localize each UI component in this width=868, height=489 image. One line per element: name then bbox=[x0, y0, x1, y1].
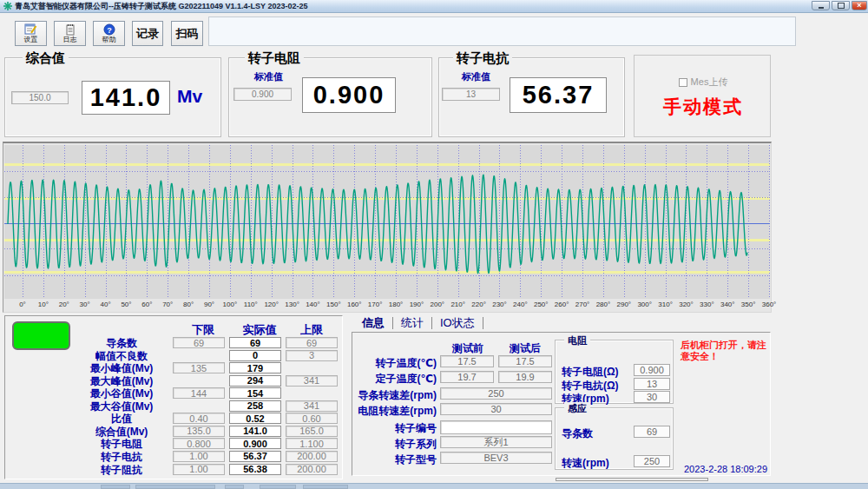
scan-code-button[interactable]: 扫码 bbox=[171, 21, 203, 46]
close-icon: × bbox=[857, 2, 861, 10]
info-row-label: 定子温度(℃) bbox=[354, 372, 437, 387]
x-tick-label: 280° bbox=[592, 301, 615, 308]
x-tick-label: 320° bbox=[674, 301, 697, 308]
actual-value-cell: 56.37 bbox=[229, 451, 281, 462]
tab-strip: 信息 统计 IO状态 bbox=[354, 315, 483, 330]
x-tick-label: 140° bbox=[301, 301, 324, 308]
log-notepad-icon bbox=[64, 23, 76, 36]
limit-cell[interactable]: 135 bbox=[173, 362, 225, 373]
composite-title: 综合值 bbox=[23, 50, 69, 67]
group-field[interactable]: 250 bbox=[634, 455, 670, 467]
tab-statistics[interactable]: 统计 bbox=[393, 317, 432, 329]
composite-value-display: 141.0 bbox=[82, 81, 170, 115]
limit-cell[interactable]: 69 bbox=[286, 337, 338, 348]
taskbar-button[interactable] bbox=[135, 485, 215, 489]
taskbar-button[interactable] bbox=[225, 485, 244, 489]
group-field[interactable]: 0.900 bbox=[634, 364, 670, 376]
actual-value-cell: 69 bbox=[229, 337, 281, 348]
upper-limit-header: 上限 bbox=[286, 322, 338, 338]
info-field[interactable]: 19.9 bbox=[498, 371, 552, 383]
x-tick-label: 250° bbox=[529, 301, 552, 308]
resistance-group-title: 电阻 bbox=[564, 334, 590, 347]
group-row-label: 导条数 bbox=[562, 426, 593, 441]
limit-cell[interactable]: 69 bbox=[173, 337, 225, 348]
log-button[interactable]: 日志 bbox=[54, 21, 86, 46]
info-field[interactable]: 250 bbox=[440, 387, 552, 400]
x-tick-label: 160° bbox=[343, 301, 365, 308]
minimize-button[interactable] bbox=[812, 1, 830, 10]
after-test-header: 测试后 bbox=[498, 341, 552, 356]
settings-label: 设置 bbox=[24, 36, 38, 43]
induction-group-title: 感应 bbox=[564, 402, 590, 415]
limit-cell[interactable]: 0.40 bbox=[173, 413, 225, 424]
x-tick-label: 80° bbox=[177, 301, 200, 308]
mes-mode-panel: Mes上传 手动模式 bbox=[634, 55, 771, 137]
mes-upload-checkbox[interactable]: Mes上传 bbox=[635, 76, 772, 89]
limit-cell[interactable]: 341 bbox=[286, 375, 338, 387]
taskbar-button[interactable] bbox=[101, 485, 130, 489]
x-axis-labels: 0°10°20°30°40°50°60°70°80°90°100°110°120… bbox=[3, 301, 773, 313]
safety-warning-text: 后机柜门打开，请注意安全！ bbox=[681, 340, 771, 362]
limit-cell[interactable]: 1.00 bbox=[173, 451, 225, 462]
status-lamp bbox=[12, 321, 70, 350]
maximize-button[interactable] bbox=[832, 1, 850, 10]
limit-cell[interactable]: 144 bbox=[173, 387, 225, 399]
actual-value-cell: 0.900 bbox=[229, 438, 281, 449]
info-field[interactable]: 17.5 bbox=[440, 355, 494, 367]
x-tick-label: 170° bbox=[364, 301, 386, 308]
waveform-canvas bbox=[4, 145, 770, 299]
before-test-header: 测试前 bbox=[441, 341, 495, 356]
rotor-reactance-standard-field[interactable]: 13 bbox=[442, 88, 500, 101]
x-tick-label: 300° bbox=[634, 301, 656, 308]
limit-cell[interactable]: 200.00 bbox=[286, 451, 338, 462]
composite-standard-field[interactable]: 150.0 bbox=[11, 91, 69, 104]
x-tick-label: 60° bbox=[135, 301, 158, 308]
limit-cell[interactable]: 341 bbox=[286, 400, 338, 412]
title-bar[interactable]: 青岛艾普智能仪器有限公司--压铸转子测试系统 G202211049 V1.1.4… bbox=[0, 0, 868, 13]
limit-cell[interactable]: 0.800 bbox=[173, 438, 225, 449]
taskbar-button[interactable] bbox=[303, 485, 348, 489]
group-field[interactable]: 30 bbox=[634, 391, 670, 403]
settings-button[interactable]: 设置 bbox=[15, 21, 47, 46]
taskbar-strip[interactable] bbox=[0, 483, 868, 489]
info-field[interactable]: 30 bbox=[440, 403, 552, 415]
info-field[interactable]: BEV3 bbox=[440, 452, 552, 464]
help-question-icon: ? bbox=[103, 23, 115, 36]
x-tick-label: 90° bbox=[198, 301, 220, 308]
info-row-label: 转子编号 bbox=[354, 421, 437, 436]
tab-io-status[interactable]: IO状态 bbox=[432, 317, 483, 329]
svg-text:?: ? bbox=[107, 26, 112, 35]
composite-unit: Mv bbox=[177, 86, 202, 107]
taskbar-button[interactable] bbox=[260, 485, 296, 489]
results-panel: 下限 实际值 上限 导条数696969幅值不良数03最小峰值(Mv)135179… bbox=[4, 315, 343, 479]
rotor-resistance-value-display: 0.900 bbox=[302, 77, 396, 113]
rotor-resistance-title: 转子电阻 bbox=[245, 50, 304, 67]
info-field[interactable]: 系列1 bbox=[440, 436, 552, 448]
info-field[interactable]: 17.5 bbox=[498, 355, 552, 367]
info-field[interactable]: 19.7 bbox=[440, 371, 494, 383]
toolbar-blank-panel bbox=[208, 17, 796, 46]
group-field[interactable]: 69 bbox=[634, 426, 670, 438]
tab-info[interactable]: 信息 bbox=[354, 317, 393, 329]
progress-track bbox=[556, 478, 708, 481]
record-button[interactable]: 记录 bbox=[132, 21, 163, 46]
limit-cell[interactable]: 0.60 bbox=[286, 413, 338, 424]
group-field[interactable]: 13 bbox=[634, 378, 670, 390]
x-tick-label: 200° bbox=[426, 301, 449, 308]
info-row-label: 电阻转速差(rpm) bbox=[354, 404, 437, 419]
limit-cell[interactable]: 1.00 bbox=[173, 464, 225, 475]
limit-cell[interactable]: 135.0 bbox=[173, 426, 225, 437]
x-tick-label: 180° bbox=[385, 301, 407, 308]
info-field[interactable] bbox=[440, 420, 552, 434]
limit-cell[interactable]: 1.100 bbox=[286, 438, 338, 449]
rotor-resistance-standard-field[interactable]: 0.900 bbox=[233, 88, 292, 101]
limit-cell[interactable]: 3 bbox=[286, 350, 338, 361]
limit-cell[interactable]: 200.00 bbox=[286, 464, 338, 475]
x-tick-label: 30° bbox=[74, 301, 96, 308]
limit-cell[interactable]: 165.0 bbox=[286, 426, 338, 437]
actual-value-cell: 179 bbox=[229, 362, 281, 373]
rotor-reactance-group: 转子电抗 标准值 13 56.37 bbox=[438, 57, 625, 137]
close-button[interactable]: × bbox=[852, 1, 867, 10]
timestamp: 2023-2-28 18:09:29 bbox=[684, 464, 767, 474]
help-button[interactable]: ? 帮助 bbox=[93, 21, 125, 46]
